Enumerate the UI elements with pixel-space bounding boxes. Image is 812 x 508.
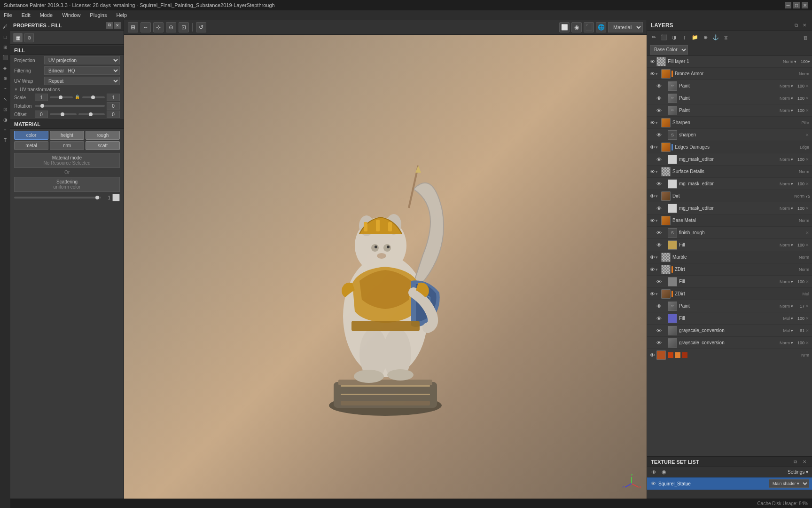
layer-tool-group[interactable]: 📁 (690, 33, 700, 42)
layer-fill-1[interactable]: 👁 Fill layer 1 Norm ▾ 100 ▾ (647, 56, 812, 68)
layer-eye[interactable]: 👁 (656, 205, 662, 212)
lock-icon[interactable]: 🔒 (75, 95, 80, 100)
scattering-slider[interactable] (14, 197, 101, 198)
layer-del[interactable]: ✕ (805, 328, 810, 333)
layer-fill-2[interactable]: 👁 Fill Norm ▾ 100 ✕ (647, 239, 812, 251)
layer-eye[interactable]: 👁 (656, 181, 662, 187)
layer-eye[interactable]: 👁 (649, 71, 656, 77)
layer-tool-paint[interactable]: ✏ (649, 33, 658, 42)
toolbar-pivot-btn[interactable]: ⊙ (166, 22, 176, 32)
layer-mg-mask-3[interactable]: 👁 mg_mask_editor Norm ▾ 100 ✕ (647, 202, 812, 214)
expand-icon[interactable]: ▾ (656, 255, 660, 260)
layer-sharpen[interactable]: 👁 ▾ Sharpen Pthr (647, 117, 812, 129)
material-mode-box[interactable]: Material mode No Resource Selected (14, 153, 120, 168)
layers-close-btn[interactable]: ✕ (801, 22, 808, 29)
tool-projection[interactable]: ⊞ (0, 42, 10, 52)
layer-eye[interactable]: 👁 (649, 144, 656, 151)
layer-eye[interactable]: 👁 (656, 340, 662, 346)
toolbar-frame-btn[interactable]: ⊡ (179, 22, 189, 32)
layer-paint-4[interactable]: 👁 ✏ Paint Norm ▾ 17 ✕ (647, 300, 812, 312)
scale-slider-2[interactable] (82, 96, 105, 98)
layer-marble[interactable]: 👁 ▾ Marble Norm (647, 251, 812, 263)
ts-item-eye[interactable]: 👁 (650, 480, 656, 487)
layer-del[interactable]: ✕ (805, 182, 810, 186)
layer-paint-3[interactable]: 👁 ✏ Paint Norm ▾ 100 ✕ (647, 104, 812, 117)
expand-icon[interactable]: ▾ (656, 267, 660, 272)
tool-crop[interactable]: ⊡ (0, 104, 10, 114)
tool-layers[interactable]: ≡ (0, 125, 10, 135)
toolbar-snap-btn[interactable]: ⊹ (153, 22, 164, 32)
filtering-select[interactable]: Bilinear | HQ (44, 66, 120, 75)
layer-eye[interactable]: 👁 (656, 303, 662, 310)
ts-shader-dropdown[interactable]: Main shader ▾ (769, 479, 809, 488)
expand-icon[interactable]: ▾ (656, 218, 660, 223)
scattering-color-swatch[interactable] (112, 194, 120, 201)
layers-float-btn[interactable]: ⧉ (792, 22, 800, 29)
mat-btn-height[interactable]: height (50, 131, 84, 140)
layer-del[interactable]: ✕ (805, 108, 810, 113)
prop-tab-settings[interactable]: ⚙ (24, 33, 34, 42)
layer-tool-fill[interactable]: ⬛ (659, 33, 669, 42)
tool-smudge[interactable]: ~ (0, 84, 10, 93)
menu-mode[interactable]: Mode (38, 12, 55, 18)
tool-mask[interactable]: ◑ (0, 115, 10, 124)
layer-base-metal[interactable]: 👁 ▾ Base Metal Norm (647, 214, 812, 227)
tool-fill[interactable]: ⬛ (0, 53, 10, 62)
panel-close-btn[interactable]: ✕ (114, 22, 121, 29)
layer-paint-1[interactable]: 👁 ✏ Paint Norm ▾ 100 ✕ (647, 80, 812, 92)
layer-del[interactable]: ✕ (805, 157, 810, 162)
tool-select[interactable]: ↖ (0, 94, 10, 103)
layer-finish-rough[interactable]: 👁 S finish_rough ✕ (647, 227, 812, 239)
rotation-slider[interactable] (35, 105, 105, 107)
minimize-button[interactable]: ─ (785, 2, 791, 8)
expand-icon[interactable]: ▾ (656, 292, 660, 296)
expand-icon[interactable]: ▾ (656, 145, 660, 150)
mat-btn-rough[interactable]: rough (86, 131, 120, 140)
menu-help[interactable]: Help (114, 12, 129, 18)
scattering-box[interactable]: Scattering uniform color (14, 177, 120, 192)
tool-clone[interactable]: ⊕ (0, 73, 10, 83)
layer-eye[interactable]: 👁 (649, 119, 656, 126)
layer-eye[interactable]: 👁 (656, 132, 662, 138)
mat-btn-metal[interactable]: metal (14, 141, 48, 150)
ts-eye2-btn[interactable]: ◉ (659, 468, 669, 477)
material-dropdown[interactable]: Material (608, 22, 643, 32)
layer-sharpen-fx[interactable]: 👁 S sharpen ✕ (647, 129, 812, 141)
layer-del[interactable]: ✕ (805, 341, 810, 345)
layer-tool-anchor[interactable]: ⚓ (711, 33, 720, 42)
maximize-button[interactable]: □ (793, 2, 800, 8)
menu-edit[interactable]: Edit (20, 12, 32, 18)
layer-del[interactable]: ✕ (805, 206, 810, 211)
layer-mg-mask-1[interactable]: 👁 mg_mask_editor Norm ▾ 100 ✕ (647, 153, 812, 166)
layer-edges-damages[interactable]: 👁 ▾ Edges Damages Ldge (647, 141, 812, 153)
offset-slider-2[interactable] (78, 113, 105, 115)
layer-tool-mask[interactable]: ◑ (670, 33, 679, 42)
layer-fill-mul[interactable]: 👁 Fill Mul ▾ 100 ✕ (647, 312, 812, 325)
projection-select[interactable]: UV projection (44, 56, 120, 64)
layer-tool-filter[interactable]: ⧖ (721, 33, 731, 42)
layer-zdirt-1[interactable]: 👁 ▾ ZDirt Norm (647, 263, 812, 276)
ts-float-btn[interactable]: ⧉ (791, 458, 799, 466)
toolbar-grid-btn[interactable]: ⊞ (128, 22, 138, 32)
ts-close-btn[interactable]: ✕ (801, 458, 808, 466)
scale-input-2[interactable] (107, 94, 120, 101)
layer-mg-mask-2[interactable]: 👁 mg_mask_editor Norm ▾ 100 ✕ (647, 178, 812, 190)
rotation-input[interactable] (107, 102, 120, 110)
menu-file[interactable]: File (2, 12, 14, 18)
layer-eye[interactable]: 👁 (649, 217, 656, 224)
uvwrap-select[interactable]: Repeat (44, 77, 120, 85)
layer-eye[interactable]: 👁 (656, 242, 662, 248)
layer-eye[interactable]: 👁 (656, 156, 662, 163)
tool-paint[interactable]: 🖌 (0, 22, 10, 31)
layer-zdirt-2[interactable]: 👁 ▾ ZDirt Mul (647, 288, 812, 300)
layer-grayscale-2[interactable]: 👁 grayscale_conversion Norm ▾ 100 ✕ (647, 337, 812, 349)
ts-eye-btn[interactable]: 👁 (649, 468, 658, 477)
expand-icon[interactable]: ▾ (656, 194, 660, 198)
toolbar-undo-btn[interactable]: ↺ (196, 22, 206, 32)
layer-eye[interactable]: 👁 (656, 230, 662, 236)
offset-input-2[interactable] (107, 111, 120, 118)
mat-btn-nrm[interactable]: nrm (50, 141, 84, 150)
texture-set-item[interactable]: 👁 Squirrel_Statue Main shader ▾ (647, 477, 812, 490)
layer-tool-instance[interactable]: ⊕ (701, 33, 710, 42)
layer-grayscale-1[interactable]: 👁 grayscale_conversion Mul ▾ 61 ✕ (647, 325, 812, 337)
